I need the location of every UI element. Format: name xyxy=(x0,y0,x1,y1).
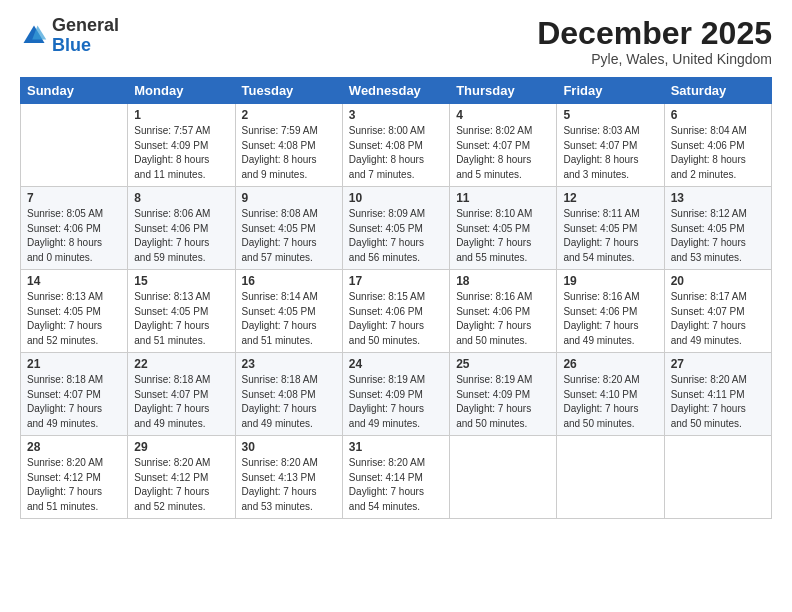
day-number: 14 xyxy=(27,274,121,288)
calendar-cell: 6 Sunrise: 8:04 AMSunset: 4:06 PMDayligh… xyxy=(664,104,771,187)
location: Pyle, Wales, United Kingdom xyxy=(537,51,772,67)
calendar-week-2: 7 Sunrise: 8:05 AMSunset: 4:06 PMDayligh… xyxy=(21,187,772,270)
day-info: Sunrise: 8:20 AMSunset: 4:10 PMDaylight:… xyxy=(563,373,657,431)
calendar-cell: 14 Sunrise: 8:13 AMSunset: 4:05 PMDaylig… xyxy=(21,270,128,353)
day-number: 23 xyxy=(242,357,336,371)
calendar-cell: 24 Sunrise: 8:19 AMSunset: 4:09 PMDaylig… xyxy=(342,353,449,436)
day-info: Sunrise: 8:20 AMSunset: 4:12 PMDaylight:… xyxy=(27,456,121,514)
calendar-week-3: 14 Sunrise: 8:13 AMSunset: 4:05 PMDaylig… xyxy=(21,270,772,353)
day-number: 13 xyxy=(671,191,765,205)
calendar-cell xyxy=(21,104,128,187)
day-info: Sunrise: 8:18 AMSunset: 4:07 PMDaylight:… xyxy=(27,373,121,431)
day-info: Sunrise: 7:57 AMSunset: 4:09 PMDaylight:… xyxy=(134,124,228,182)
day-info: Sunrise: 7:59 AMSunset: 4:08 PMDaylight:… xyxy=(242,124,336,182)
calendar-cell: 7 Sunrise: 8:05 AMSunset: 4:06 PMDayligh… xyxy=(21,187,128,270)
calendar-cell: 18 Sunrise: 8:16 AMSunset: 4:06 PMDaylig… xyxy=(450,270,557,353)
day-info: Sunrise: 8:02 AMSunset: 4:07 PMDaylight:… xyxy=(456,124,550,182)
day-info: Sunrise: 8:18 AMSunset: 4:08 PMDaylight:… xyxy=(242,373,336,431)
calendar-cell: 2 Sunrise: 7:59 AMSunset: 4:08 PMDayligh… xyxy=(235,104,342,187)
day-number: 12 xyxy=(563,191,657,205)
calendar-cell: 29 Sunrise: 8:20 AMSunset: 4:12 PMDaylig… xyxy=(128,436,235,519)
calendar-cell: 9 Sunrise: 8:08 AMSunset: 4:05 PMDayligh… xyxy=(235,187,342,270)
day-number: 19 xyxy=(563,274,657,288)
calendar-cell: 10 Sunrise: 8:09 AMSunset: 4:05 PMDaylig… xyxy=(342,187,449,270)
day-info: Sunrise: 8:10 AMSunset: 4:05 PMDaylight:… xyxy=(456,207,550,265)
calendar-cell: 27 Sunrise: 8:20 AMSunset: 4:11 PMDaylig… xyxy=(664,353,771,436)
calendar-header-row: Sunday Monday Tuesday Wednesday Thursday… xyxy=(21,78,772,104)
day-info: Sunrise: 8:20 AMSunset: 4:12 PMDaylight:… xyxy=(134,456,228,514)
calendar-cell: 3 Sunrise: 8:00 AMSunset: 4:08 PMDayligh… xyxy=(342,104,449,187)
calendar-cell: 25 Sunrise: 8:19 AMSunset: 4:09 PMDaylig… xyxy=(450,353,557,436)
calendar-cell xyxy=(450,436,557,519)
calendar-cell: 1 Sunrise: 7:57 AMSunset: 4:09 PMDayligh… xyxy=(128,104,235,187)
col-friday: Friday xyxy=(557,78,664,104)
col-thursday: Thursday xyxy=(450,78,557,104)
day-number: 27 xyxy=(671,357,765,371)
calendar-cell xyxy=(557,436,664,519)
day-info: Sunrise: 8:19 AMSunset: 4:09 PMDaylight:… xyxy=(349,373,443,431)
day-number: 16 xyxy=(242,274,336,288)
calendar-cell: 20 Sunrise: 8:17 AMSunset: 4:07 PMDaylig… xyxy=(664,270,771,353)
month-title: December 2025 xyxy=(537,16,772,51)
calendar-cell: 23 Sunrise: 8:18 AMSunset: 4:08 PMDaylig… xyxy=(235,353,342,436)
day-info: Sunrise: 8:06 AMSunset: 4:06 PMDaylight:… xyxy=(134,207,228,265)
col-wednesday: Wednesday xyxy=(342,78,449,104)
day-info: Sunrise: 8:08 AMSunset: 4:05 PMDaylight:… xyxy=(242,207,336,265)
header: General Blue December 2025 Pyle, Wales, … xyxy=(20,16,772,67)
day-number: 24 xyxy=(349,357,443,371)
col-sunday: Sunday xyxy=(21,78,128,104)
day-number: 6 xyxy=(671,108,765,122)
calendar-cell: 12 Sunrise: 8:11 AMSunset: 4:05 PMDaylig… xyxy=(557,187,664,270)
title-block: December 2025 Pyle, Wales, United Kingdo… xyxy=(537,16,772,67)
logo-blue-text: Blue xyxy=(52,35,91,55)
calendar-cell: 26 Sunrise: 8:20 AMSunset: 4:10 PMDaylig… xyxy=(557,353,664,436)
calendar-cell: 28 Sunrise: 8:20 AMSunset: 4:12 PMDaylig… xyxy=(21,436,128,519)
day-info: Sunrise: 8:19 AMSunset: 4:09 PMDaylight:… xyxy=(456,373,550,431)
calendar-cell: 13 Sunrise: 8:12 AMSunset: 4:05 PMDaylig… xyxy=(664,187,771,270)
day-number: 26 xyxy=(563,357,657,371)
day-info: Sunrise: 8:14 AMSunset: 4:05 PMDaylight:… xyxy=(242,290,336,348)
logo-icon xyxy=(20,22,48,50)
day-number: 18 xyxy=(456,274,550,288)
day-number: 30 xyxy=(242,440,336,454)
day-info: Sunrise: 8:03 AMSunset: 4:07 PMDaylight:… xyxy=(563,124,657,182)
calendar-cell: 21 Sunrise: 8:18 AMSunset: 4:07 PMDaylig… xyxy=(21,353,128,436)
day-info: Sunrise: 8:20 AMSunset: 4:13 PMDaylight:… xyxy=(242,456,336,514)
day-info: Sunrise: 8:05 AMSunset: 4:06 PMDaylight:… xyxy=(27,207,121,265)
calendar-cell: 5 Sunrise: 8:03 AMSunset: 4:07 PMDayligh… xyxy=(557,104,664,187)
day-info: Sunrise: 8:17 AMSunset: 4:07 PMDaylight:… xyxy=(671,290,765,348)
logo: General Blue xyxy=(20,16,119,56)
logo-text: General Blue xyxy=(52,16,119,56)
day-number: 22 xyxy=(134,357,228,371)
calendar-cell: 11 Sunrise: 8:10 AMSunset: 4:05 PMDaylig… xyxy=(450,187,557,270)
calendar-cell: 4 Sunrise: 8:02 AMSunset: 4:07 PMDayligh… xyxy=(450,104,557,187)
calendar-cell: 15 Sunrise: 8:13 AMSunset: 4:05 PMDaylig… xyxy=(128,270,235,353)
day-number: 4 xyxy=(456,108,550,122)
calendar-cell: 8 Sunrise: 8:06 AMSunset: 4:06 PMDayligh… xyxy=(128,187,235,270)
day-info: Sunrise: 8:04 AMSunset: 4:06 PMDaylight:… xyxy=(671,124,765,182)
day-number: 3 xyxy=(349,108,443,122)
calendar-week-1: 1 Sunrise: 7:57 AMSunset: 4:09 PMDayligh… xyxy=(21,104,772,187)
day-number: 7 xyxy=(27,191,121,205)
day-info: Sunrise: 8:20 AMSunset: 4:14 PMDaylight:… xyxy=(349,456,443,514)
day-number: 1 xyxy=(134,108,228,122)
calendar-week-4: 21 Sunrise: 8:18 AMSunset: 4:07 PMDaylig… xyxy=(21,353,772,436)
calendar-cell: 22 Sunrise: 8:18 AMSunset: 4:07 PMDaylig… xyxy=(128,353,235,436)
day-info: Sunrise: 8:13 AMSunset: 4:05 PMDaylight:… xyxy=(134,290,228,348)
calendar-cell: 17 Sunrise: 8:15 AMSunset: 4:06 PMDaylig… xyxy=(342,270,449,353)
day-number: 5 xyxy=(563,108,657,122)
day-number: 28 xyxy=(27,440,121,454)
day-info: Sunrise: 8:00 AMSunset: 4:08 PMDaylight:… xyxy=(349,124,443,182)
day-number: 10 xyxy=(349,191,443,205)
calendar-week-5: 28 Sunrise: 8:20 AMSunset: 4:12 PMDaylig… xyxy=(21,436,772,519)
calendar-cell: 31 Sunrise: 8:20 AMSunset: 4:14 PMDaylig… xyxy=(342,436,449,519)
calendar-cell: 30 Sunrise: 8:20 AMSunset: 4:13 PMDaylig… xyxy=(235,436,342,519)
day-info: Sunrise: 8:20 AMSunset: 4:11 PMDaylight:… xyxy=(671,373,765,431)
day-info: Sunrise: 8:16 AMSunset: 4:06 PMDaylight:… xyxy=(563,290,657,348)
day-number: 8 xyxy=(134,191,228,205)
day-number: 2 xyxy=(242,108,336,122)
day-info: Sunrise: 8:09 AMSunset: 4:05 PMDaylight:… xyxy=(349,207,443,265)
calendar-cell: 16 Sunrise: 8:14 AMSunset: 4:05 PMDaylig… xyxy=(235,270,342,353)
day-number: 17 xyxy=(349,274,443,288)
day-number: 29 xyxy=(134,440,228,454)
